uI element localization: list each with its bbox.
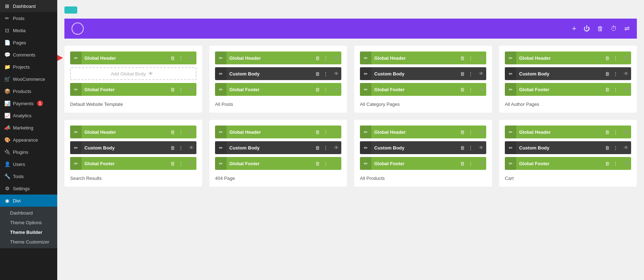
delete-row-icon[interactable]: 🗑 bbox=[459, 144, 466, 151]
more-options-icon[interactable]: ⋮ bbox=[177, 129, 184, 136]
visibility-toggle[interactable]: 👁 bbox=[476, 141, 486, 154]
more-options-icon[interactable]: ⋮ bbox=[322, 55, 329, 62]
delete-row-icon[interactable]: 🗑 bbox=[459, 86, 466, 93]
more-options-icon[interactable]: ⋮ bbox=[322, 129, 329, 136]
edit-row-button[interactable]: ✏ bbox=[70, 83, 82, 96]
sidebar-item-appearance[interactable]: 🎨Appearance bbox=[0, 134, 57, 146]
row-visibility-icon[interactable]: 👁 bbox=[146, 67, 156, 80]
edit-row-button[interactable]: ✏ bbox=[215, 126, 226, 138]
saved-button[interactable] bbox=[64, 6, 77, 14]
visibility-toggle[interactable]: 👁 bbox=[476, 83, 486, 96]
sidebar-item-comments[interactable]: 💬Comments bbox=[0, 49, 57, 61]
sidebar-item-pages[interactable]: 📄Pages bbox=[0, 36, 57, 49]
visibility-toggle[interactable]: 👁 bbox=[621, 83, 631, 96]
more-options-icon[interactable]: ⋮ bbox=[467, 160, 474, 167]
visibility-toggle[interactable]: 👁 bbox=[331, 83, 341, 96]
visibility-toggle[interactable]: 👁 bbox=[476, 51, 486, 64]
delete-row-icon[interactable]: 🗑 bbox=[169, 55, 176, 62]
more-options-icon[interactable]: ⋮ bbox=[612, 160, 619, 167]
more-options-icon[interactable]: ⋮ bbox=[467, 129, 474, 136]
delete-row-icon[interactable]: 🗑 bbox=[169, 129, 176, 136]
edit-row-button[interactable]: ✏ bbox=[70, 51, 82, 64]
visibility-toggle[interactable]: 👁 bbox=[621, 141, 631, 154]
visibility-toggle[interactable]: 👁 bbox=[621, 157, 631, 170]
visibility-toggle[interactable]: 👁 bbox=[331, 67, 341, 80]
more-options-icon[interactable]: ⋮ bbox=[177, 86, 184, 93]
sidebar-item-marketing[interactable]: 📣Marketing bbox=[0, 122, 57, 134]
visibility-toggle[interactable]: 👁 bbox=[621, 126, 631, 138]
more-options-icon[interactable]: ⋮ bbox=[612, 129, 619, 136]
edit-row-button[interactable]: ✏ bbox=[360, 67, 371, 80]
edit-row-button[interactable]: ✏ bbox=[360, 51, 371, 64]
edit-row-button[interactable]: ✏ bbox=[505, 83, 516, 96]
sidebar-item-woocommerce[interactable]: 🛒WooCommerce bbox=[0, 73, 57, 85]
edit-row-button[interactable]: ✏ bbox=[215, 83, 226, 96]
edit-row-button[interactable]: ✏ bbox=[360, 141, 371, 154]
more-options-icon[interactable]: ⋮ bbox=[612, 144, 619, 151]
delete-row-icon[interactable]: 🗑 bbox=[604, 70, 611, 77]
settings-icon[interactable]: ⇌ bbox=[624, 25, 630, 33]
delete-row-icon[interactable]: 🗑 bbox=[604, 144, 611, 151]
delete-row-icon[interactable]: 🗑 bbox=[314, 144, 321, 151]
more-options-icon[interactable]: ⋮ bbox=[177, 55, 184, 62]
edit-row-button[interactable]: ✏ bbox=[215, 141, 226, 154]
delete-row-icon[interactable]: 🗑 bbox=[314, 86, 321, 93]
visibility-toggle[interactable]: 👁 bbox=[186, 51, 196, 64]
sidebar-sub-theme-builder[interactable]: Theme Builder bbox=[0, 227, 57, 237]
sidebar-sub-dashboard-sub[interactable]: Dashboard bbox=[0, 208, 57, 218]
delete-row-icon[interactable]: 🗑 bbox=[314, 70, 321, 77]
more-options-icon[interactable]: ⋮ bbox=[612, 55, 619, 62]
sidebar-sub-theme-options[interactable]: Theme Options bbox=[0, 218, 57, 227]
sidebar-item-tools[interactable]: 🔧Tools bbox=[0, 170, 57, 182]
delete-row-icon[interactable]: 🗑 bbox=[459, 70, 466, 77]
delete-row-icon[interactable]: 🗑 bbox=[169, 160, 176, 167]
sidebar-item-products[interactable]: 📦Products bbox=[0, 85, 57, 97]
sidebar-item-settings[interactable]: ⚙Settings bbox=[0, 182, 57, 195]
sidebar-item-divi[interactable]: ◉Divi bbox=[0, 195, 57, 207]
more-options-icon[interactable]: ⋮ bbox=[467, 144, 474, 151]
delete-row-icon[interactable]: 🗑 bbox=[314, 129, 321, 136]
delete-row-icon[interactable]: 🗑 bbox=[169, 86, 176, 93]
visibility-toggle[interactable]: 👁 bbox=[186, 126, 196, 138]
edit-row-button[interactable]: ✏ bbox=[70, 157, 82, 170]
add-icon[interactable]: + bbox=[572, 24, 576, 33]
visibility-toggle[interactable]: 👁 bbox=[331, 141, 341, 154]
history-icon[interactable]: ⏱ bbox=[611, 25, 617, 33]
sidebar-item-payments[interactable]: 📊Payments1 bbox=[0, 97, 57, 109]
trash-icon[interactable]: 🗑 bbox=[597, 25, 604, 33]
delete-row-icon[interactable]: 🗑 bbox=[169, 144, 176, 151]
delete-row-icon[interactable]: 🗑 bbox=[604, 86, 611, 93]
visibility-toggle[interactable]: 👁 bbox=[186, 83, 196, 96]
more-options-icon[interactable]: ⋮ bbox=[612, 70, 619, 77]
sidebar-item-plugins[interactable]: 🔌Plugins bbox=[0, 146, 57, 158]
power-icon[interactable]: ⏻ bbox=[584, 25, 590, 33]
edit-row-button[interactable]: ✏ bbox=[505, 126, 516, 138]
more-options-icon[interactable]: ⋮ bbox=[322, 144, 329, 151]
edit-row-button[interactable]: ✏ bbox=[505, 67, 516, 80]
sidebar-item-users[interactable]: 👤Users bbox=[0, 158, 57, 170]
sidebar-sub-theme-customizer[interactable]: Theme Customizer bbox=[0, 237, 57, 247]
more-options-icon[interactable]: ⋮ bbox=[322, 70, 329, 77]
delete-row-icon[interactable]: 🗑 bbox=[604, 129, 611, 136]
more-options-icon[interactable]: ⋮ bbox=[467, 86, 474, 93]
more-options-icon[interactable]: ⋮ bbox=[177, 144, 184, 151]
visibility-toggle[interactable]: 👁 bbox=[331, 51, 341, 64]
visibility-toggle[interactable]: 👁 bbox=[331, 157, 341, 170]
visibility-toggle[interactable]: 👁 bbox=[476, 126, 486, 138]
sidebar-item-dashboard[interactable]: ⊞Dashboard bbox=[0, 0, 57, 12]
edit-row-button[interactable]: ✏ bbox=[360, 157, 371, 170]
edit-row-button[interactable]: ✏ bbox=[215, 67, 226, 80]
edit-row-button[interactable]: ✏ bbox=[505, 157, 516, 170]
visibility-toggle[interactable]: 👁 bbox=[476, 157, 486, 170]
visibility-toggle[interactable]: 👁 bbox=[186, 141, 196, 154]
more-options-icon[interactable]: ⋮ bbox=[612, 86, 619, 93]
delete-row-icon[interactable]: 🗑 bbox=[314, 55, 321, 62]
edit-row-button[interactable]: ✏ bbox=[360, 83, 371, 96]
edit-row-button[interactable]: ✏ bbox=[505, 51, 516, 64]
delete-row-icon[interactable]: 🗑 bbox=[459, 55, 466, 62]
edit-row-button[interactable]: ✏ bbox=[70, 141, 82, 154]
visibility-toggle[interactable]: 👁 bbox=[476, 67, 486, 80]
add-body-row[interactable]: Add Global Body👁 bbox=[70, 67, 196, 80]
delete-row-icon[interactable]: 🗑 bbox=[604, 160, 611, 167]
delete-row-icon[interactable]: 🗑 bbox=[459, 160, 466, 167]
